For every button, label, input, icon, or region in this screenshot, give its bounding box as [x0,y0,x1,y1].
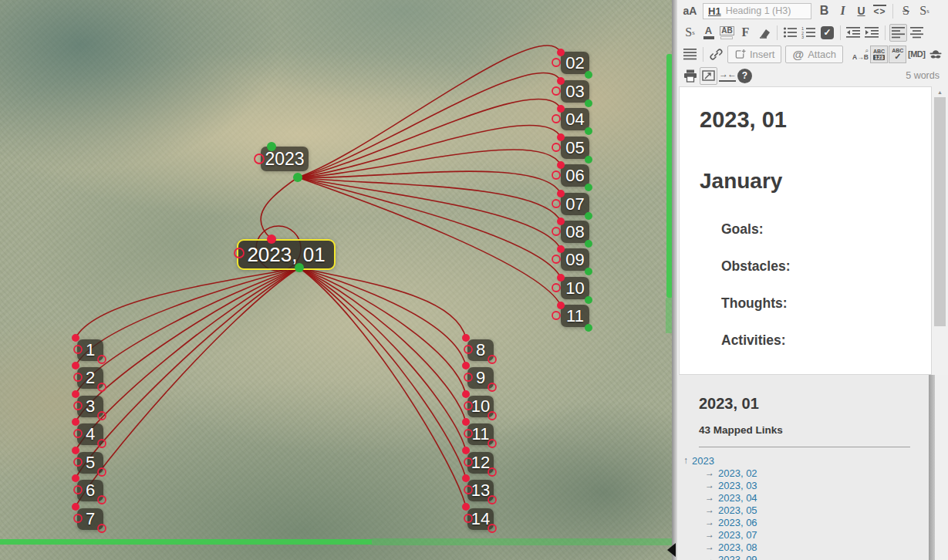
note-items: Goals:Obstacles:Thoughts:Activities: [680,221,931,349]
thought-node[interactable]: 4 [77,423,103,445]
numbered-list-button[interactable]: 123 [800,24,818,42]
h1-tag: H1 [708,5,721,17]
thought-node[interactable]: 07 [561,193,589,215]
thought-node[interactable]: 12 [467,452,494,474]
mapped-link[interactable]: 2023, 02 [718,467,757,479]
thought-node[interactable]: 1 [77,339,103,361]
align-left-button[interactable] [889,24,907,42]
open-in-window-button[interactable] [700,67,717,85]
thought-node[interactable]: 2 [77,367,103,389]
panel-divider[interactable] [672,0,677,560]
mapped-link[interactable]: 2023, 03 [718,480,757,491]
mapped-link-row: →2023, 09 [677,553,929,560]
bullet-list-button[interactable] [781,24,799,42]
clear-format-eraser-button[interactable] [755,24,773,42]
note-scrollbar-thumb[interactable] [934,97,946,326]
note-editor[interactable]: 2023, 01 January Goals:Obstacles:Thought… [679,86,932,375]
note-item: Activities: [721,332,931,349]
word-count: 5 words [906,70,944,81]
mapped-link[interactable]: 2023, 06 [718,517,757,528]
mindmap-canvas[interactable]: 20232023, 010203040506070809101112345678… [0,0,672,560]
help-button[interactable]: ? [737,69,752,83]
mapped-link-row: →2023, 02 [677,467,929,479]
snap-guide-horizontal-faint [372,538,672,545]
mapped-link[interactable]: 2023, 05 [718,504,757,516]
incognito-button[interactable] [926,46,944,63]
thought-node[interactable]: 10 [561,277,589,299]
underline-button[interactable]: U [852,2,870,20]
thought-node[interactable]: 06 [561,164,589,187]
collapse-panel-arrow[interactable] [667,543,676,557]
text-size-button[interactable]: aA [681,2,699,20]
mapped-link[interactable]: 2023 [692,455,714,467]
note-item: Goals: [721,221,931,238]
mapped-link[interactable]: 2023, 04 [718,492,757,504]
thought-node[interactable]: 03 [561,80,589,103]
bold-button[interactable]: B [815,2,833,20]
autonumber-button[interactable]: ABC123 [870,46,888,63]
italic-button[interactable]: I [834,2,852,20]
align-justify-button[interactable] [681,46,699,63]
mapped-links-list: ↑2023→2023, 02→2023, 03→2023, 04→2023, 0… [677,454,929,560]
spellcheck-button[interactable]: ABC✓ [889,46,906,63]
collapse-toolbar-button[interactable]: →← [718,67,737,85]
thought-node[interactable]: 02 [561,52,589,74]
mapped-link-row: →2023, 03 [677,479,929,491]
find-replace-button[interactable]: ⌕A→B [852,46,869,63]
print-button[interactable] [681,67,699,85]
thought-node[interactable]: 3 [77,396,103,417]
snap-guide-horizontal [0,539,372,545]
thought-node[interactable]: 9 [467,367,494,389]
heading-style-dropdown[interactable]: H1 Heading 1 (H3) [703,3,811,19]
mapped-link[interactable]: 2023, 09 [718,554,757,560]
thought-node[interactable]: 09 [561,248,589,271]
note-item: Thoughts: [721,295,931,312]
links-scrollbar[interactable] [929,375,935,560]
align-center-button[interactable] [908,24,926,42]
thought-node[interactable]: 14 [467,508,494,530]
outdent-button[interactable] [845,24,862,42]
heading-style-label: Heading 1 (H3) [726,5,791,16]
notes-toolbar-row3: Insert @ Attach ⌕A→B ABC123 ABC✓ [MD] [677,43,948,65]
thought-node[interactable]: 2023 [261,147,309,171]
indent-button[interactable] [863,24,881,42]
font-button[interactable]: F [737,24,754,42]
scroll-up-icon[interactable]: ▲ [933,86,946,95]
thought-node[interactable]: 13 [467,480,494,501]
insert-button[interactable]: Insert [727,46,782,63]
thought-node[interactable]: 6 [77,480,103,501]
mapped-link[interactable]: 2023, 08 [718,541,757,553]
thought-node[interactable]: 11 [561,305,589,327]
parent-arrow-icon: ↑ [683,455,688,466]
child-arrow-icon: → [705,504,714,515]
thought-node[interactable]: 2023, 01 [237,239,336,270]
subscript-button[interactable]: Ss [681,24,699,42]
mapped-link[interactable]: 2023, 07 [718,529,757,541]
thought-node[interactable]: 8 [467,339,494,361]
mapped-links-title: 2023, 01 [699,395,929,413]
notes-toolbar-row4: →← ? 5 words [677,65,948,86]
note-scrollbar[interactable]: ▲ [933,86,946,375]
link-button[interactable] [707,46,725,63]
attach-button[interactable]: @ Attach [785,46,843,63]
thought-node[interactable]: 04 [561,108,589,130]
mapped-links-count: 43 Mapped Links [699,424,929,436]
toolbar-separator [892,4,893,19]
thought-node[interactable]: 05 [561,137,589,159]
thought-node[interactable]: 08 [561,221,589,243]
thought-node[interactable]: 11 [467,423,494,445]
thought-node[interactable]: 5 [77,452,103,474]
mapped-links-panel: 2023, 01 43 Mapped Links ↑2023→2023, 02→… [677,375,929,560]
toolbar-separator [840,25,841,40]
highlight-color-button[interactable]: AB [718,24,736,42]
checklist-button[interactable]: ✓ [818,24,836,42]
thought-node[interactable]: 7 [77,508,103,530]
markdown-button[interactable]: [MD] [907,46,926,63]
thought-node[interactable]: 10 [467,396,494,417]
superscript-button[interactable]: Ss [916,2,933,20]
font-color-button[interactable]: A [700,24,717,42]
code-button[interactable]: <> [871,2,889,20]
strikethrough-button[interactable]: S [897,2,915,20]
snap-guide-vertical-faint [666,298,672,333]
mapped-link-row: →2023, 08 [677,541,929,553]
